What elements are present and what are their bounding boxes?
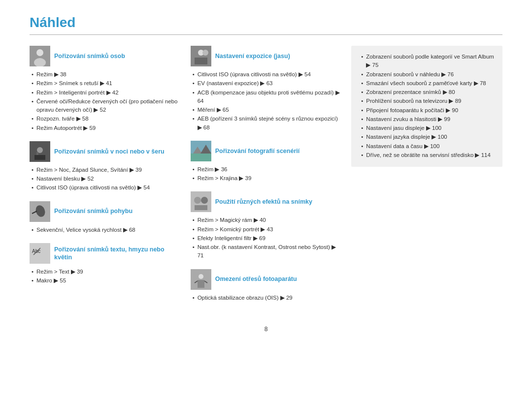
- section-text-list: Režim > Text ▶ 39 Makro ▶ 55: [30, 268, 181, 285]
- list-item: Zobrazení prezentace snímků ▶ 80: [361, 88, 495, 96]
- thumb-text: Abc: [30, 243, 50, 264]
- list-item: Rozpozn. tváře ▶ 58: [32, 115, 181, 123]
- gray-box-list: Zobrazení souborů podle kategorií ve Sma…: [359, 53, 495, 159]
- list-item: Zobrazení souborů podle kategorií ve Sma…: [361, 53, 495, 70]
- section-scenery: Pořizování fotografií scenérií Režim ▶ 3…: [191, 141, 342, 183]
- section-ois-title: Omezení otřesů fotoaparátu: [215, 275, 297, 283]
- section-persons-list: Režim ▶ 38 Režim > Snímek s retuší ▶ 41 …: [30, 70, 181, 132]
- svg-rect-24: [195, 205, 207, 210]
- list-item: Sekvenční, Velice vysoká rychlost ▶ 68: [32, 226, 181, 234]
- svg-point-23: [201, 197, 208, 204]
- page-number: 8: [30, 326, 502, 333]
- list-item: Smazání všech souborů z paměťové karty ▶…: [361, 79, 495, 88]
- svg-point-1: [36, 49, 43, 56]
- list-item: Citlivost ISO (úprava citlivosti na svět…: [32, 184, 181, 192]
- section-ois-list: Optická stabilizace obrazu (OIS) ▶ 29: [191, 294, 342, 302]
- divider: [30, 34, 502, 35]
- list-item: Režim Autoportrét ▶ 59: [32, 124, 181, 132]
- section-exposure-list: Citlivost ISO (úprava citlivosti na svět…: [191, 70, 342, 132]
- column-1: Pořizování snímků osob Režim ▶ 38 Režim …: [30, 46, 181, 311]
- thumb-effects: [191, 191, 211, 212]
- section-motion: Pořizování snímků pohybu Sekvenční, Veli…: [30, 201, 181, 234]
- section-exposure-header: Nastavení expozice (jasu): [191, 46, 342, 66]
- section-text-title: Pořizování snímků textu, hmyzu nebo květ…: [54, 246, 181, 262]
- section-scenery-header: Pořizování fotografií scenérií: [191, 141, 342, 161]
- column-2: Nastavení expozice (jasu) Citlivost ISO …: [191, 46, 342, 311]
- gray-box: Zobrazení souborů podle kategorií ve Sma…: [351, 46, 502, 167]
- list-item: AEB (pořízení 3 snímků stejné scény s rů…: [193, 115, 342, 132]
- list-item: Režim ▶ 36: [193, 165, 342, 174]
- section-effects-header: Použití různých efektů na snímky: [191, 191, 342, 212]
- section-scenery-title: Pořizování fotografií scenérií: [215, 147, 300, 155]
- list-item: Prohlížení souborů na televizoru ▶ 89: [361, 97, 495, 105]
- list-item: Optická stabilizace obrazu (OIS) ▶ 29: [193, 294, 342, 302]
- list-item: Nast.obr. (k nastavení Kontrast, Ostrost…: [193, 243, 342, 260]
- thumb-night: [30, 141, 50, 162]
- list-item: Nastavení blesku ▶ 52: [32, 175, 181, 183]
- section-ois: Omezení otřesů fotoaparátu Optická stabi…: [191, 269, 342, 302]
- thumb-motion: [30, 201, 50, 222]
- list-item: Režim > Komický portrét ▶ 43: [193, 225, 342, 234]
- main-grid: Pořizování snímků osob Režim ▶ 38 Režim …: [30, 46, 502, 311]
- svg-rect-6: [36, 152, 38, 155]
- list-item: Režim ▶ 38: [32, 70, 181, 79]
- section-motion-title: Pořizování snímků pohybu: [54, 207, 133, 215]
- list-item: Režim > Magický rám ▶ 40: [193, 216, 342, 224]
- svg-point-26: [199, 274, 203, 279]
- list-item: Režim > Krajina ▶ 39: [193, 174, 342, 183]
- list-item: Nastavení jasu displeje ▶ 100: [361, 124, 495, 132]
- list-item: Efekty Inteligentní filtr ▶ 69: [193, 234, 342, 243]
- section-persons: Pořizování snímků osob Režim ▶ 38 Režim …: [30, 46, 181, 132]
- list-item: Připojení fotoaparátu k počítači ▶ 90: [361, 106, 495, 115]
- list-item: Nastavení zvuku a hlasitosti ▶ 99: [361, 115, 495, 123]
- list-item: Zobrazení souborů v náhledu ▶ 76: [361, 70, 495, 79]
- list-item: Režim > Text ▶ 39: [32, 268, 181, 276]
- list-item: Dříve, než se obrátíte na servisní střed…: [361, 151, 495, 159]
- section-exposure: Nastavení expozice (jasu) Citlivost ISO …: [191, 46, 342, 132]
- section-persons-header: Pořizování snímků osob: [30, 46, 181, 66]
- thumb-ois: [191, 269, 211, 290]
- list-item: Červené oči/Redukce červených očí (pro p…: [32, 97, 181, 115]
- thumb-persons: [30, 46, 50, 66]
- list-item: EV (nastavení expozice) ▶ 63: [193, 79, 342, 88]
- svg-rect-27: [198, 280, 204, 288]
- section-persons-title: Pořizování snímků osob: [54, 52, 125, 60]
- svg-rect-18: [191, 154, 211, 161]
- section-motion-list: Sekvenční, Velice vysoká rychlost ▶ 68: [30, 226, 181, 234]
- section-text-header: Abc Pořizování snímků textu, hmyzu nebo …: [30, 243, 181, 264]
- list-item: Nastavení data a času ▶ 100: [361, 142, 495, 151]
- section-night-header: Pořizování snímků v noci nebo v šeru: [30, 141, 181, 162]
- section-effects-title: Použití různých efektů na snímky: [215, 198, 312, 206]
- list-item: Režim > Snímek s retuší ▶ 41: [32, 79, 181, 88]
- list-item: Režim > Inteligentní portrét ▶ 42: [32, 89, 181, 97]
- section-ois-header: Omezení otřesů fotoaparátu: [191, 269, 342, 290]
- svg-rect-16: [195, 58, 207, 64]
- list-item: ACB (kompenzace jasu objektu proti světl…: [193, 89, 342, 106]
- section-night-list: Režim > Noc, Západ Slunce, Svítání ▶ 39 …: [30, 166, 181, 192]
- column-3: Zobrazení souborů podle kategorií ve Sma…: [351, 46, 502, 311]
- svg-point-22: [194, 197, 201, 204]
- list-item: Makro ▶ 55: [32, 277, 181, 285]
- section-exposure-title: Nastavení expozice (jasu): [215, 52, 290, 60]
- list-item: Měření ▶ 65: [193, 106, 342, 114]
- svg-point-15: [202, 50, 208, 56]
- section-motion-header: Pořizování snímků pohybu: [30, 201, 181, 222]
- svg-rect-5: [34, 155, 45, 160]
- list-item: Nastavení jazyka displeje ▶ 100: [361, 133, 495, 141]
- list-item: Citlivost ISO (úprava citlivosti na svět…: [193, 70, 342, 79]
- section-text: Abc Pořizování snímků textu, hmyzu nebo …: [30, 243, 181, 285]
- section-night: Pořizování snímků v noci nebo v šeru Rež…: [30, 141, 181, 192]
- thumb-exposure: [191, 46, 211, 66]
- section-night-title: Pořizování snímků v noci nebo v šeru: [54, 148, 165, 155]
- section-effects-list: Režim > Magický rám ▶ 40 Režim > Komický…: [191, 216, 342, 260]
- section-effects: Použití různých efektů na snímky Režim >…: [191, 191, 342, 260]
- list-item: Režim > Noc, Západ Slunce, Svítání ▶ 39: [32, 166, 181, 174]
- thumb-scenery: [191, 141, 211, 161]
- section-scenery-list: Režim ▶ 36 Režim > Krajina ▶ 39: [191, 165, 342, 183]
- page-title: Náhled: [30, 15, 502, 31]
